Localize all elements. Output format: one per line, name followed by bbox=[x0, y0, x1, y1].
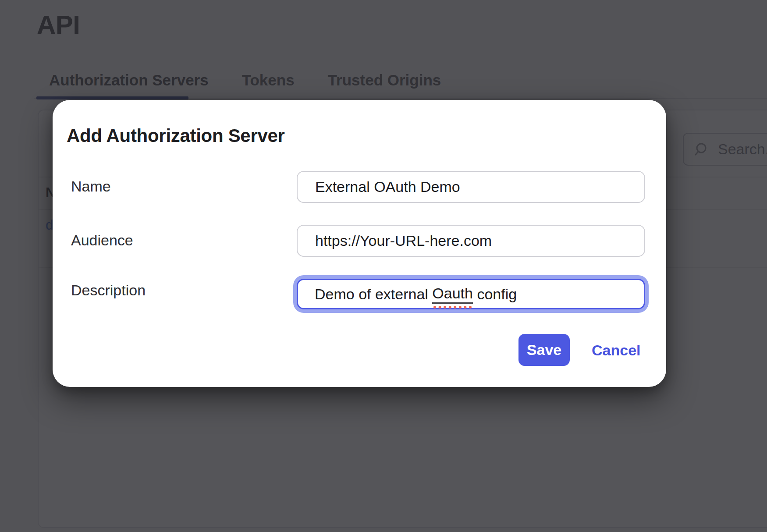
name-input[interactable] bbox=[297, 171, 645, 203]
audience-input[interactable] bbox=[297, 225, 645, 257]
modal-title: Add Authorization Server bbox=[67, 125, 285, 146]
name-field-label: Name bbox=[71, 178, 111, 195]
description-text-after: config bbox=[473, 286, 517, 303]
misspelled-word-oauth: Oauth bbox=[432, 285, 473, 304]
cancel-button[interactable]: Cancel bbox=[592, 340, 641, 360]
save-button[interactable]: Save bbox=[518, 334, 570, 366]
add-authorization-server-modal: Add Authorization Server Name Audience D… bbox=[53, 100, 666, 387]
audience-field-label: Audience bbox=[71, 232, 133, 249]
description-text-before: Demo of external bbox=[315, 286, 432, 303]
description-field-label: Description bbox=[71, 282, 146, 299]
description-input[interactable]: Demo of external Oauth config bbox=[297, 279, 645, 309]
